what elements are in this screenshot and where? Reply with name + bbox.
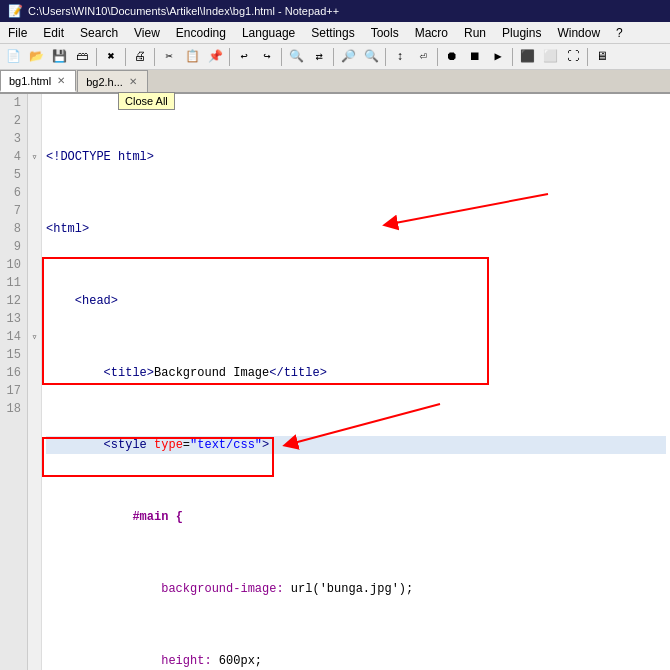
- menu-search[interactable]: Search: [72, 22, 126, 43]
- menu-language[interactable]: Language: [234, 22, 303, 43]
- fold-13: [28, 292, 41, 310]
- save-all-button[interactable]: 🗃: [71, 46, 93, 68]
- height-prop: height:: [161, 652, 219, 670]
- fullscreen-button[interactable]: ⛶: [562, 46, 584, 68]
- menu-tools[interactable]: Tools: [363, 22, 407, 43]
- macro-stop-button[interactable]: ⏹: [464, 46, 486, 68]
- title-content: Background Image: [154, 364, 269, 382]
- toolbar-sep-6: [333, 48, 334, 66]
- toolbar-sep-10: [587, 48, 588, 66]
- fold-11: [28, 256, 41, 274]
- code-content[interactable]: <!DOCTYPE html> <html> <head> <title>Bac…: [42, 94, 670, 670]
- line-num-1: 1: [6, 94, 21, 112]
- menu-run[interactable]: Run: [456, 22, 494, 43]
- tab-bg2[interactable]: bg2.h... ✕: [77, 70, 148, 92]
- menu-settings[interactable]: Settings: [303, 22, 362, 43]
- line-num-2: 2: [6, 112, 21, 130]
- tab-bg1-label: bg1.html: [9, 75, 51, 87]
- undo-button[interactable]: ↩: [233, 46, 255, 68]
- line-num-15: 15: [6, 346, 21, 364]
- toolbar-sep-5: [281, 48, 282, 66]
- fold-6: [28, 166, 41, 184]
- replace-button[interactable]: ⇄: [308, 46, 330, 68]
- app-icon: 📝: [8, 4, 23, 18]
- fold-3[interactable]: [28, 112, 41, 130]
- fold-10: [28, 238, 41, 256]
- toolbar-sep-3: [154, 48, 155, 66]
- toolbar-sep-4: [229, 48, 230, 66]
- title-open: <title>: [104, 364, 154, 382]
- menu-help[interactable]: ?: [608, 22, 631, 43]
- indent-4: [46, 364, 104, 382]
- tab-bg1[interactable]: bg1.html ✕: [0, 70, 76, 92]
- fold-15[interactable]: ▿: [28, 328, 41, 346]
- fold-16: [28, 346, 41, 364]
- menu-encoding[interactable]: Encoding: [168, 22, 234, 43]
- fold-17: [28, 364, 41, 382]
- menu-plugins[interactable]: Plugins: [494, 22, 549, 43]
- indent-6: [46, 508, 132, 526]
- line-num-8: 8: [6, 220, 21, 238]
- menu-view[interactable]: View: [126, 22, 168, 43]
- zoom-in-button[interactable]: 🔎: [337, 46, 359, 68]
- fold-4: [28, 130, 41, 148]
- style-open: <style: [104, 436, 154, 454]
- line-num-13: 13: [6, 310, 21, 328]
- paste-button[interactable]: 📌: [204, 46, 226, 68]
- editor-wrapper: 1 2 3 4 5 6 7 8 9 10 11 12 13 14 15 16 1…: [0, 94, 670, 670]
- line-num-17: 17: [6, 382, 21, 400]
- menu-macro[interactable]: Macro: [407, 22, 456, 43]
- print-button[interactable]: 🖨: [129, 46, 151, 68]
- menu-bar: File Edit Search View Encoding Language …: [0, 22, 670, 44]
- open-button[interactable]: 📂: [25, 46, 47, 68]
- tab-bg1-close[interactable]: ✕: [55, 75, 67, 86]
- wrap-button[interactable]: ⏎: [412, 46, 434, 68]
- line-num-16: 16: [6, 364, 21, 382]
- indent-5: [46, 436, 104, 454]
- line-num-14: 14: [6, 328, 21, 346]
- title-close: </title>: [269, 364, 327, 382]
- monitor-button[interactable]: 🖥: [591, 46, 613, 68]
- zoom-out-button[interactable]: 🔍: [360, 46, 382, 68]
- new-button[interactable]: 📄: [2, 46, 24, 68]
- doctype-tag: <!DOCTYPE html>: [46, 148, 154, 166]
- title-bar: 📝 C:\Users\WIN10\Documents\Artikel\Index…: [0, 0, 670, 22]
- cut-button[interactable]: ✂: [158, 46, 180, 68]
- toolbar-sep-1: [96, 48, 97, 66]
- sync-button[interactable]: ↕: [389, 46, 411, 68]
- menu-edit[interactable]: Edit: [35, 22, 72, 43]
- copy-button[interactable]: 📋: [181, 46, 203, 68]
- find-button[interactable]: 🔍: [285, 46, 307, 68]
- fold-18: [28, 382, 41, 400]
- editor[interactable]: 1 2 3 4 5 6 7 8 9 10 11 12 13 14 15 16 1…: [0, 94, 670, 670]
- line-num-10: 10: [6, 256, 21, 274]
- style-val: "text/css": [190, 436, 262, 454]
- line-num-5: 5: [6, 166, 21, 184]
- code-line-2: <html>: [46, 220, 666, 238]
- fold-2[interactable]: [28, 94, 41, 112]
- close-button[interactable]: ✖: [100, 46, 122, 68]
- fold-9: [28, 220, 41, 238]
- title-text: C:\Users\WIN10\Documents\Artikel\Index\b…: [28, 5, 339, 17]
- code-line-8: height: 600px;: [46, 652, 666, 670]
- menu-window[interactable]: Window: [549, 22, 608, 43]
- fold-14: [28, 310, 41, 328]
- code-line-1: <!DOCTYPE html>: [46, 148, 666, 166]
- macro-record-button[interactable]: ⏺: [441, 46, 463, 68]
- toolbar-sep-7: [385, 48, 386, 66]
- tabs-bar: bg1.html ✕ bg2.h... ✕ Close All: [0, 70, 670, 94]
- tab-bg2-label: bg2.h...: [86, 76, 123, 88]
- indent-3: [46, 292, 75, 310]
- indent-button[interactable]: ⬛: [516, 46, 538, 68]
- tab-bg2-close[interactable]: ✕: [127, 76, 139, 87]
- redo-button[interactable]: ↪: [256, 46, 278, 68]
- code-line-7: background-image: url('bunga.jpg');: [46, 580, 666, 598]
- indent-7: [46, 580, 161, 598]
- fold-5[interactable]: ▿: [28, 148, 41, 166]
- save-button[interactable]: 💾: [48, 46, 70, 68]
- toolbar: 📄 📂 💾 🗃 ✖ 🖨 ✂ 📋 📌 ↩ ↪ 🔍 ⇄ 🔎 🔍 ↕ ⏎ ⏺ ⏹ ▶ …: [0, 44, 670, 70]
- outdent-button[interactable]: ⬜: [539, 46, 561, 68]
- menu-file[interactable]: File: [0, 22, 35, 43]
- macro-play-button[interactable]: ▶: [487, 46, 509, 68]
- code-line-6: #main {: [46, 508, 666, 526]
